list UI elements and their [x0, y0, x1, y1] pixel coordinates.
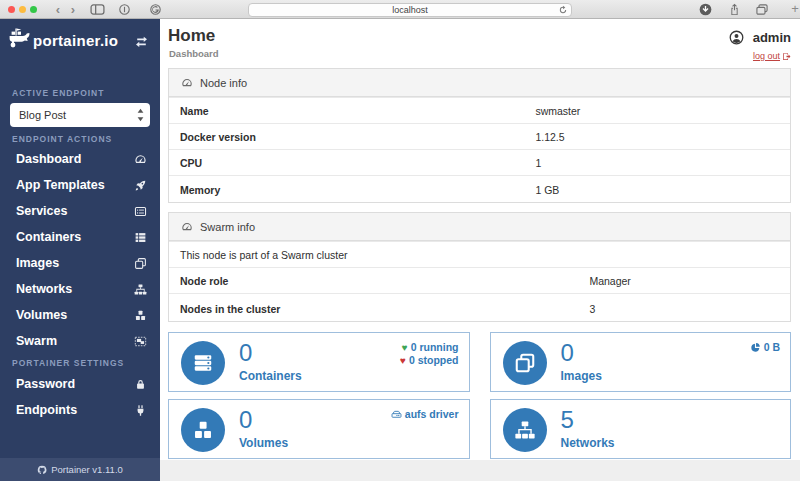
sidebar-item-services[interactable]: Services [0, 198, 160, 224]
cubes-icon [134, 309, 147, 322]
list-alt-icon [134, 205, 147, 218]
row-label: Node role [180, 275, 228, 287]
networks-icon [503, 408, 547, 452]
volumes-widget[interactable]: 0 Volumes aufs driver [168, 399, 470, 459]
images-label: Images [561, 369, 602, 383]
share-icon[interactable] [729, 3, 740, 16]
sidebar-item-volumes[interactable]: Volumes [0, 302, 160, 328]
sidebar-item-endpoints[interactable]: Endpoints [0, 397, 160, 423]
row-value: 1 [535, 157, 541, 169]
sidebar-item-label: App Templates [16, 178, 105, 192]
sidebar-item-images[interactable]: Images [0, 250, 160, 276]
row-value: 3 [589, 303, 595, 315]
row-label: Memory [180, 184, 220, 196]
tachometer-icon [181, 77, 193, 89]
stopped-stat: ♥0 stopped [400, 354, 459, 367]
sidebar-item-networks[interactable]: Networks [0, 276, 160, 302]
rocket-icon [134, 179, 147, 192]
extension-button-1[interactable] [119, 4, 130, 15]
row-value: 1 GB [535, 184, 559, 196]
volumes-icon [181, 408, 225, 452]
images-stats: 0 B [750, 341, 780, 354]
row-value: 1.12.5 [535, 131, 564, 143]
page-title: Home [168, 26, 215, 46]
sidebar-toggle-icon[interactable] [90, 4, 105, 15]
sidebar-item-label: Containers [16, 230, 81, 244]
node-info-panel: Node info Name swmaster Docker version 1… [168, 68, 791, 203]
networks-count: 5 [561, 406, 574, 434]
swarm-cluster-note: This node is part of a Swarm cluster [180, 249, 347, 261]
active-endpoint-label: ACTIVE ENDPOINT [12, 88, 104, 98]
sitemap-icon [134, 283, 147, 296]
row-label: Nodes in the cluster [180, 303, 280, 315]
endpoint-actions-label: ENDPOINT ACTIONS [12, 134, 112, 144]
table-row: Docker version 1.12.5 [169, 123, 790, 149]
lock-icon [134, 378, 147, 391]
zoom-window-button[interactable] [30, 6, 37, 13]
user-icon [729, 31, 748, 48]
sidebar: portainer.io ACTIVE ENDPOINT Blog Post E… [0, 19, 160, 481]
extension-button-2[interactable] [150, 4, 161, 15]
main-content: Home Dashboard admin log out Node info N… [160, 19, 800, 460]
images-widget[interactable]: 0 Images 0 B [490, 332, 792, 392]
panel-title: Node info [200, 77, 247, 89]
row-label: Name [180, 105, 209, 117]
sidebar-item-swarm[interactable]: Swarm [0, 328, 160, 354]
running-stat: ♥0 running [400, 341, 459, 354]
logo-text: portainer.io [33, 32, 118, 49]
row-label: CPU [180, 157, 202, 169]
row-label: Docker version [180, 131, 256, 143]
volumes-count: 0 [239, 406, 252, 434]
sidebar-item-password[interactable]: Password [0, 371, 160, 397]
sidebar-item-label: Password [16, 377, 75, 391]
downloads-icon[interactable] [699, 3, 712, 16]
table-row: Memory 1 GB [169, 175, 790, 204]
th-list-icon [134, 231, 147, 244]
close-window-button[interactable] [8, 6, 15, 13]
hdd-icon [391, 408, 405, 420]
networks-widget[interactable]: 5 Networks [490, 399, 792, 459]
panel-title: Swarm info [200, 221, 255, 233]
volumes-stats: aufs driver [391, 408, 459, 421]
running-stat-text: 0 running [411, 341, 459, 353]
images-count: 0 [561, 339, 574, 367]
containers-widget[interactable]: 0 Containers ♥0 running ♥0 stopped [168, 332, 470, 392]
sidebar-item-label: Services [16, 204, 67, 218]
clone-icon [134, 257, 147, 270]
logout-link[interactable]: log out [729, 51, 791, 61]
endpoint-select[interactable]: Blog Post [10, 103, 150, 127]
stopped-stat-text: 0 stopped [409, 354, 459, 366]
tab-overview-icon[interactable] [756, 4, 768, 15]
pie-chart-icon [750, 341, 764, 353]
sidebar-footer[interactable]: Portainer v1.11.0 [0, 458, 160, 481]
images-size-text: 0 B [764, 341, 780, 353]
images-icon [503, 341, 547, 385]
sidebar-item-label: Images [16, 256, 59, 270]
app-window: ‹ › localhost + [0, 0, 800, 481]
table-row: This node is part of a Swarm cluster [169, 241, 790, 267]
row-value: swmaster [535, 105, 580, 117]
sign-out-icon [782, 52, 791, 61]
url-text: localhost [392, 5, 428, 15]
dashboard-widgets: 0 Containers ♥0 running ♥0 stopped 0 Ima… [168, 332, 791, 459]
sidebar-item-app-templates[interactable]: App Templates [0, 172, 160, 198]
new-tab-button[interactable]: + [789, 1, 800, 16]
main-area: Home Dashboard admin log out Node info N… [160, 19, 800, 481]
username: admin [753, 30, 791, 45]
reload-icon[interactable] [558, 5, 568, 18]
driver-stat-text: aufs driver [405, 408, 459, 420]
user-box: admin log out [729, 28, 791, 61]
tachometer-icon [134, 153, 147, 166]
minimize-window-button[interactable] [19, 6, 26, 13]
sidebar-item-dashboard[interactable]: Dashboard [0, 146, 160, 172]
swarm-info-panel: Swarm info This node is part of a Swarm … [168, 212, 791, 322]
back-button[interactable]: ‹ [52, 2, 64, 17]
logout-label: log out [753, 51, 780, 61]
sidebar-item-containers[interactable]: Containers [0, 224, 160, 250]
sidebar-logo[interactable]: portainer.io [0, 19, 160, 62]
forward-button[interactable]: › [67, 2, 79, 17]
breadcrumb: Dashboard [169, 48, 219, 59]
github-icon [37, 465, 47, 475]
address-bar[interactable]: localhost [248, 3, 572, 17]
exchange-endpoints-icon[interactable] [134, 33, 149, 51]
